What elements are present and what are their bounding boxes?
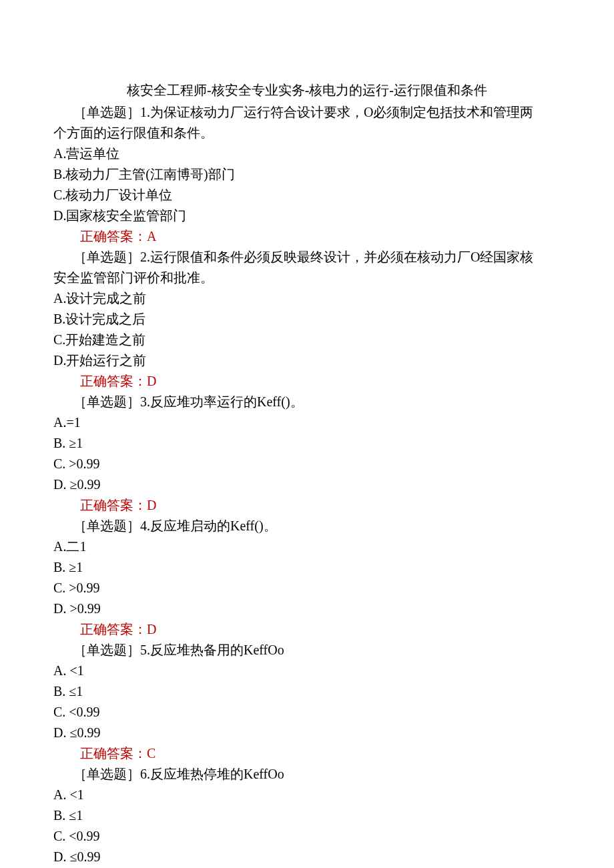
correct-answer: 正确答案：A — [53, 226, 561, 247]
correct-answer: 正确答案：D — [53, 619, 561, 640]
question-stem: ［单选题］4.反应堆启动的Keff()。 — [53, 516, 561, 536]
option-c: C. >0.99 — [53, 578, 561, 598]
question-text: 运行限值和条件必须反映最终设计，并必须在核动力厂O经国家核 — [150, 250, 533, 264]
question-text: 反应堆热备用的KeffOo — [150, 642, 284, 657]
option-c: C. <0.99 — [53, 826, 561, 847]
option-c: C.开始建造之前 — [53, 330, 561, 350]
question-number: 3. — [140, 394, 150, 409]
option-b: B.核动力厂主管(江南博哥)部门 — [53, 164, 561, 185]
question-tag: ［单选题］ — [73, 518, 140, 533]
correct-answer: 正确答案：D — [53, 495, 561, 516]
answer-value: D — [147, 498, 156, 512]
question-number: 6. — [140, 767, 150, 781]
option-b: B. ≥1 — [53, 433, 561, 454]
answer-label: 正确答案： — [80, 229, 147, 244]
question-tag: ［单选题］ — [73, 642, 140, 657]
question-text: 反应堆热停堆的KeffOo — [150, 767, 284, 781]
question-number: 5. — [140, 642, 150, 657]
option-c: C.核动力厂设计单位 — [53, 185, 561, 205]
question-number: 4. — [140, 518, 150, 533]
question-number: 1. — [140, 105, 150, 119]
option-c: C. >0.99 — [53, 454, 561, 474]
option-a: A.二1 — [53, 536, 561, 557]
answer-value: D — [147, 622, 156, 636]
option-a: A. <1 — [53, 785, 561, 805]
option-a: A.营运单位 — [53, 143, 561, 164]
question-stem-cont: 安全监管部门评价和批准。 — [53, 268, 561, 288]
question-stem: ［单选题］2.运行限值和条件必须反映最终设计，并必须在核动力厂O经国家核 — [53, 247, 561, 268]
answer-value: A — [147, 229, 156, 244]
document-page: 核安全工程师-核安全专业实务-核电力的运行-运行限值和条件 ［单选题］1.为保证… — [0, 0, 614, 868]
question-text: 为保证核动力厂运行符合设计要求，O必须制定包括技术和管理两 — [150, 105, 533, 119]
doc-title: 核安全工程师-核安全专业实务-核电力的运行-运行限值和条件 — [53, 80, 561, 101]
question-tag: ［单选题］ — [73, 250, 140, 264]
option-b: B. ≤1 — [53, 805, 561, 826]
question-stem: ［单选题］3.反应堆功率运行的Keff()。 — [53, 392, 561, 412]
option-d: D.国家核安全监管部门 — [53, 205, 561, 226]
question-text: 反应堆启动的Keff()。 — [150, 518, 277, 533]
option-d: D. ≤0.99 — [53, 723, 561, 743]
question-stem: ［单选题］5.反应堆热备用的KeffOo — [53, 640, 561, 661]
correct-answer: 正确答案：C — [53, 743, 561, 764]
option-b: B. ≥1 — [53, 557, 561, 578]
question-text: 反应堆功率运行的Keff()。 — [150, 394, 304, 409]
question-number: 2. — [140, 250, 150, 264]
option-d: D. ≤0.99 — [53, 847, 561, 867]
question-stem: ［单选题］1.为保证核动力厂运行符合设计要求，O必须制定包括技术和管理两 — [53, 102, 561, 123]
question-tag: ［单选题］ — [73, 394, 140, 409]
answer-value: C — [147, 746, 156, 761]
option-d: D. ≥0.99 — [53, 474, 561, 495]
option-b: B. ≤1 — [53, 681, 561, 702]
option-d: D. >0.99 — [53, 598, 561, 619]
answer-label: 正确答案： — [80, 746, 147, 761]
question-tag: ［单选题］ — [73, 767, 140, 781]
answer-label: 正确答案： — [80, 498, 147, 512]
option-c: C. <0.99 — [53, 702, 561, 723]
answer-value: D — [147, 374, 156, 388]
option-d: D.开始运行之前 — [53, 350, 561, 371]
correct-answer: 正确答案：D — [53, 371, 561, 392]
option-b: B.设计完成之后 — [53, 309, 561, 330]
option-a: A.=1 — [53, 412, 561, 433]
question-stem: ［单选题］6.反应堆热停堆的KeffOo — [53, 764, 561, 785]
answer-label: 正确答案： — [80, 374, 147, 388]
answer-label: 正确答案： — [80, 622, 147, 636]
option-a: A. <1 — [53, 661, 561, 681]
question-list: ［单选题］1.为保证核动力厂运行符合设计要求，O必须制定包括技术和管理两个方面的… — [53, 102, 561, 868]
option-a: A.设计完成之前 — [53, 288, 561, 309]
question-stem-cont: 个方面的运行限值和条件。 — [53, 123, 561, 143]
question-tag: ［单选题］ — [73, 105, 140, 119]
